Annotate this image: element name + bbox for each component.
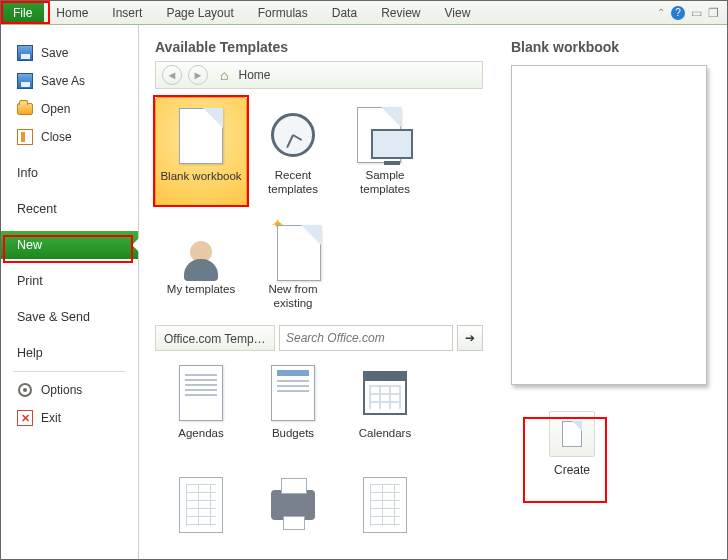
- ribbon: File Home Insert Page Layout Formulas Da…: [1, 1, 727, 25]
- home-icon[interactable]: ⌂: [220, 67, 228, 83]
- sidebar-recent[interactable]: Recent: [1, 195, 138, 223]
- preview-document: [511, 65, 707, 385]
- new-from-existing-icon: [261, 217, 325, 281]
- office-com-label: Office.com Templ…: [155, 325, 275, 351]
- create-label: Create: [554, 463, 590, 477]
- options-icon: [17, 382, 33, 398]
- templates-nav: ◄ ► ⌂ Home: [155, 61, 483, 89]
- templates-row-2: My templates New from existing: [155, 211, 483, 319]
- preview-heading: Blank workbook: [511, 39, 711, 55]
- template-partial-3[interactable]: [339, 467, 431, 555]
- ribbon-caret-icon[interactable]: ⌃: [657, 7, 665, 18]
- close-icon: [17, 129, 33, 145]
- template-agendas[interactable]: Agendas: [155, 355, 247, 463]
- template-calendars[interactable]: Calendars: [339, 355, 431, 463]
- ribbon-tab-file[interactable]: File: [1, 1, 44, 24]
- minimize-window-icon[interactable]: ▭: [691, 6, 702, 20]
- ribbon-tab-view[interactable]: View: [433, 1, 483, 24]
- ribbon-tab-home[interactable]: Home: [44, 1, 100, 24]
- create-button[interactable]: [549, 411, 595, 457]
- nav-forward-button[interactable]: ►: [188, 65, 208, 85]
- restore-window-icon[interactable]: ❐: [708, 6, 719, 20]
- sidebar-open[interactable]: Open: [1, 95, 138, 123]
- sidebar-new[interactable]: New: [1, 231, 138, 259]
- sample-templates-icon: [353, 103, 417, 167]
- my-templates-icon: [169, 217, 233, 281]
- save-as-icon: [17, 73, 33, 89]
- fax-icon: [261, 473, 325, 537]
- agendas-icon: [169, 361, 233, 425]
- create-page-icon: [562, 421, 582, 447]
- ribbon-tab-pagelayout[interactable]: Page Layout: [154, 1, 245, 24]
- template-budgets[interactable]: Budgets: [247, 355, 339, 463]
- templates-heading: Available Templates: [155, 39, 483, 55]
- office-search-input[interactable]: [279, 325, 453, 351]
- table-icon: [353, 473, 417, 537]
- template-my-templates[interactable]: My templates: [155, 211, 247, 319]
- sidebar-print[interactable]: Print: [1, 267, 138, 295]
- office-search-go-button[interactable]: ➔: [457, 325, 483, 351]
- ribbon-tab-insert[interactable]: Insert: [100, 1, 154, 24]
- budgets-icon: [261, 361, 325, 425]
- template-blank-workbook[interactable]: Blank workbook: [155, 97, 247, 207]
- templates-row-4: [155, 467, 483, 555]
- sidebar-close[interactable]: Close: [1, 123, 138, 151]
- backstage-sidebar: Save Save As Open Close Info Recent New …: [1, 25, 139, 559]
- nav-back-button[interactable]: ◄: [162, 65, 182, 85]
- calendars-icon: [353, 361, 417, 425]
- exit-icon: ✕: [17, 410, 33, 426]
- sidebar-info[interactable]: Info: [1, 159, 138, 187]
- sidebar-exit[interactable]: ✕Exit: [1, 404, 138, 432]
- preview-panel: Blank workbook Create: [495, 25, 727, 559]
- template-partial-2[interactable]: [247, 467, 339, 555]
- ribbon-tab-formulas[interactable]: Formulas: [246, 1, 320, 24]
- templates-row-3: Agendas Budgets Calendars: [155, 355, 483, 463]
- templates-row-1: Blank workbook Recent templates Sample t…: [155, 97, 483, 207]
- templates-panel: Available Templates ◄ ► ⌂ Home Blank wor…: [139, 25, 495, 559]
- sidebar-options[interactable]: Options: [1, 376, 138, 404]
- recent-templates-icon: [261, 103, 325, 167]
- sidebar-help[interactable]: Help: [1, 339, 138, 367]
- ribbon-tab-data[interactable]: Data: [320, 1, 369, 24]
- doc-icon: [169, 473, 233, 537]
- template-new-from-existing[interactable]: New from existing: [247, 211, 339, 319]
- template-recent-templates[interactable]: Recent templates: [247, 97, 339, 207]
- sidebar-save[interactable]: Save: [1, 39, 138, 67]
- save-icon: [17, 45, 33, 61]
- breadcrumb-home[interactable]: Home: [238, 68, 270, 82]
- open-icon: [17, 101, 33, 117]
- ribbon-tab-review[interactable]: Review: [369, 1, 432, 24]
- office-com-row: Office.com Templ… ➔: [155, 325, 483, 351]
- sidebar-save-as[interactable]: Save As: [1, 67, 138, 95]
- sidebar-divider: [13, 371, 126, 372]
- template-sample-templates[interactable]: Sample templates: [339, 97, 431, 207]
- blank-workbook-icon: [169, 104, 233, 168]
- sidebar-save-send[interactable]: Save & Send: [1, 303, 138, 331]
- template-partial-1[interactable]: [155, 467, 247, 555]
- help-icon[interactable]: ?: [671, 6, 685, 20]
